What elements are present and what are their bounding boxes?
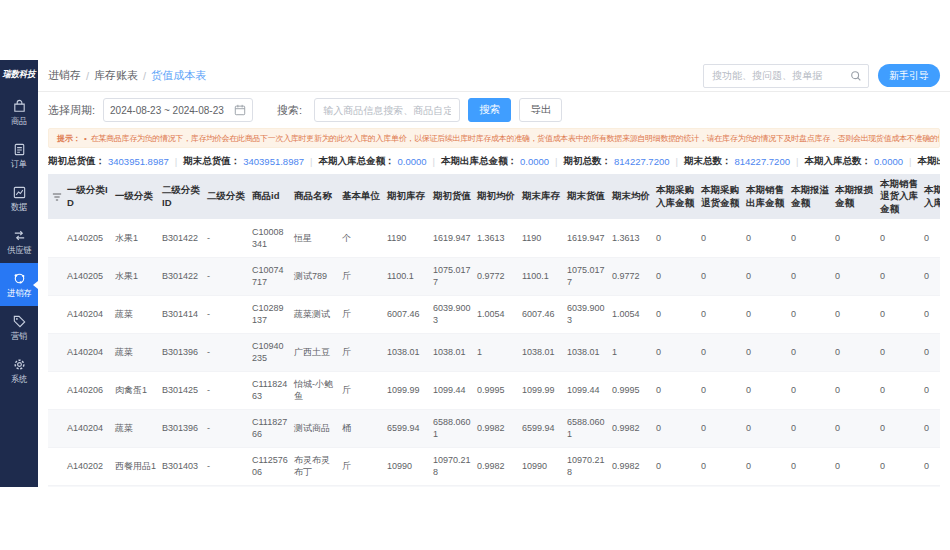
table-cell: 1099.99 <box>384 371 430 409</box>
product-search-input[interactable] <box>321 104 453 117</box>
table-cell: 10990 <box>519 447 564 485</box>
table-cell <box>832 485 877 487</box>
table-cell: 0 <box>653 409 698 447</box>
table-cell: 0 <box>877 219 921 257</box>
table-cell: 0 <box>743 295 788 333</box>
table-cell: 6599.94 <box>384 409 430 447</box>
inventory-icon <box>12 270 27 286</box>
product-search-field[interactable] <box>314 98 460 122</box>
sidebar-item-label: 营销 <box>11 332 27 341</box>
app-window: 瑞数科技 商品订单数据供应链进销存营销系统 进销存/库存账表/货值成本表 新手引… <box>0 60 950 487</box>
breadcrumb-separator: / <box>143 70 146 82</box>
table-cell: 0 <box>877 409 921 447</box>
column-header: 本期采购退货金额 <box>698 174 743 219</box>
table-row: A140204蔬菜B301396-C11182766测试商品桶6599.9465… <box>48 409 940 447</box>
table-cell: 斤 <box>339 371 384 409</box>
table-cell <box>698 485 743 487</box>
date-range-picker[interactable]: 2024-08-23 ~ 2024-08-23 <box>103 98 253 122</box>
search-button[interactable]: 搜索 <box>468 98 511 122</box>
search-label: 搜索: <box>277 103 302 118</box>
table-cell: 0 <box>832 447 877 485</box>
table-cell: 西餐用品1 <box>112 447 159 485</box>
table-cell: 水果1 <box>112 219 159 257</box>
table-cell: 1.3613 <box>474 219 519 257</box>
summary-divider: | <box>796 156 798 167</box>
summary-label: 期末总货值： <box>183 155 240 168</box>
tag-icon <box>12 313 27 329</box>
table-cell <box>430 485 474 487</box>
table-cell <box>743 485 788 487</box>
table-cell: 1.0054 <box>474 295 519 333</box>
export-button[interactable]: 导出 <box>519 98 562 122</box>
column-header: 期初均价 <box>474 174 519 219</box>
table-cell: 0 <box>921 371 940 409</box>
summary-label: 本期出库总数： <box>917 155 940 168</box>
table-cell: A140202 <box>64 447 112 485</box>
table-cell: - <box>204 409 249 447</box>
sidebar-item-label: 订单 <box>11 160 27 169</box>
table-cell <box>112 485 159 487</box>
column-header: 期初库存 <box>384 174 430 219</box>
summary-value: 814227.7200 <box>614 156 669 167</box>
calendar-icon[interactable] <box>234 104 246 116</box>
table-cell: 0 <box>921 219 940 257</box>
table-cell: C11257606 <box>249 447 291 485</box>
table-cell: - <box>204 295 249 333</box>
table-cell: B301425 <box>159 371 204 409</box>
table-cell: - <box>204 257 249 295</box>
sidebar-item-marketing[interactable]: 营销 <box>0 306 38 349</box>
table-cell: 0 <box>698 219 743 257</box>
table-cell: 0 <box>877 447 921 485</box>
row-leading-cell <box>48 371 64 409</box>
table-cell: A140205 <box>64 257 112 295</box>
table-cell: C11182766 <box>249 409 291 447</box>
beginner-guide-button[interactable]: 新手引导 <box>878 64 940 87</box>
summary-value: 814227.7200 <box>734 156 789 167</box>
summary-divider: | <box>676 156 678 167</box>
table-cell: 0 <box>743 219 788 257</box>
table-cell: 0 <box>788 371 832 409</box>
period-label: 选择周期: <box>48 103 95 118</box>
table-cell: 1038.01 <box>564 333 609 371</box>
table-cell: 蔬菜 <box>112 295 159 333</box>
sidebar-item-orders[interactable]: 订单 <box>0 134 38 177</box>
sidebar-item-goods[interactable]: 商品 <box>0 91 38 134</box>
sidebar-item-system[interactable]: 系统 <box>0 349 38 392</box>
table-cell: 0 <box>921 447 940 485</box>
table-cell: 0 <box>921 257 940 295</box>
table-cell: 0 <box>698 333 743 371</box>
summary-label: 期初总货值： <box>48 155 105 168</box>
table-cell: 测试789 <box>291 257 339 295</box>
sidebar-item-inventory[interactable]: 进销存 <box>0 263 38 306</box>
table-cell: B301403 <box>159 447 204 485</box>
table-cell: 1075.0177 <box>430 257 474 295</box>
summary-divider: | <box>433 156 435 167</box>
sidebar-item-supply-chain[interactable]: 供应链 <box>0 220 38 263</box>
table-cell: 6007.46 <box>519 295 564 333</box>
search-icon[interactable] <box>850 70 862 82</box>
filter-icon[interactable] <box>48 174 64 219</box>
breadcrumb-item[interactable]: 货值成本表 <box>151 68 206 83</box>
global-search-input[interactable] <box>710 69 850 82</box>
table-cell: A140204 <box>64 333 112 371</box>
column-header: 期初货值 <box>430 174 474 219</box>
table-cell: 0 <box>743 409 788 447</box>
breadcrumb-item[interactable]: 库存账表 <box>94 68 138 83</box>
summary-divider: | <box>555 156 557 167</box>
column-header: 本期报溢金额 <box>788 174 832 219</box>
row-leading-cell <box>48 447 64 485</box>
table-cell: 0 <box>877 257 921 295</box>
table-cell: 0 <box>743 371 788 409</box>
sidebar-item-data[interactable]: 数据 <box>0 177 38 220</box>
chart-icon <box>12 184 27 200</box>
table-row: A140202西餐用品1B301403-C11257606布灵布灵布丁斤1099… <box>48 447 940 485</box>
column-header: 商品名称 <box>291 174 339 219</box>
table-cell: C10940235 <box>249 333 291 371</box>
table-cell: 0.9995 <box>609 371 653 409</box>
global-search[interactable] <box>703 64 869 88</box>
table-cell: 测试商品 <box>291 409 339 447</box>
table-cell: 0 <box>832 333 877 371</box>
table-cell: 斤 <box>339 333 384 371</box>
table-cell: 0 <box>877 295 921 333</box>
breadcrumb-item[interactable]: 进销存 <box>48 68 81 83</box>
